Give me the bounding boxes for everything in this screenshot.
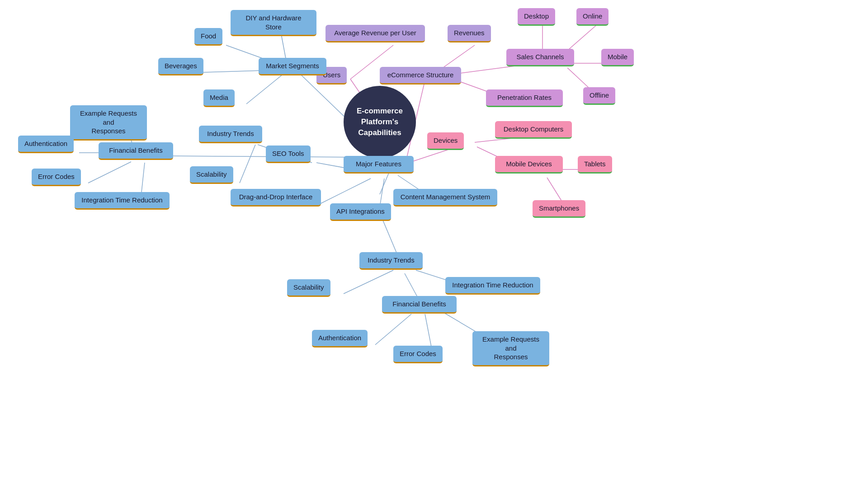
node-example_requests_bot[interactable]: Example Requests and Responses: [472, 331, 549, 366]
node-label-online: Online: [583, 12, 602, 21]
node-label-integration_time_top: Integration Time Reduction: [81, 196, 162, 205]
node-market_segments[interactable]: Market Segments: [259, 58, 326, 75]
node-label-error_codes_top: Error Codes: [38, 172, 75, 181]
node-label-desktop_computers: Desktop Computers: [504, 125, 564, 134]
svg-line-20: [380, 178, 384, 207]
svg-line-36: [375, 314, 411, 345]
node-food[interactable]: Food: [194, 28, 222, 46]
node-label-example_requests_bot: Example Requests and Responses: [479, 335, 543, 361]
node-industry_trends_bot[interactable]: Industry Trends: [359, 252, 423, 270]
node-mobile[interactable]: Mobile: [601, 49, 634, 66]
node-label-cms: Content Management System: [401, 192, 490, 202]
node-online[interactable]: Online: [576, 8, 609, 26]
node-offline[interactable]: Offline: [583, 87, 615, 105]
node-label-offline: Offline: [590, 91, 609, 100]
node-financial_benefits_top[interactable]: Financial Benefits: [99, 142, 173, 160]
node-label-financial_benefits_bot: Financial Benefits: [392, 300, 446, 309]
node-label-avg_revenue: Average Revenue per User: [334, 28, 416, 38]
node-integration_time_bot[interactable]: Integration Time Reduction: [445, 277, 540, 295]
node-mobile_devices[interactable]: Mobile Devices: [495, 156, 563, 174]
node-diy[interactable]: DIY and Hardware Store: [231, 10, 316, 36]
node-label-media: Media: [210, 93, 228, 102]
node-scalability_bot[interactable]: Scalability: [287, 279, 330, 297]
node-authentication_top[interactable]: Authentication: [18, 136, 74, 153]
node-label-industry_trends_top: Industry Trends: [207, 129, 254, 138]
svg-line-15: [380, 173, 389, 194]
node-industry_trends_top[interactable]: Industry Trends: [199, 126, 262, 143]
svg-line-33: [344, 270, 393, 294]
node-scalability_top[interactable]: Scalability: [190, 166, 233, 184]
svg-line-30: [88, 162, 131, 183]
node-label-desktop: Desktop: [524, 12, 549, 21]
node-label-seo_tools: SEO Tools: [272, 149, 304, 158]
node-smartphones[interactable]: Smartphones: [533, 200, 585, 218]
node-label-mobile_devices: Mobile Devices: [506, 160, 552, 169]
node-integration_time_top[interactable]: Integration Time Reduction: [75, 192, 170, 210]
node-revenues[interactable]: Revenues: [448, 25, 491, 42]
node-drag_drop[interactable]: Drag-and-Drop Interface: [231, 189, 321, 206]
node-error_codes_top[interactable]: Error Codes: [32, 169, 81, 186]
node-label-smartphones: Smartphones: [539, 204, 579, 213]
node-label-beverages: Beverages: [165, 61, 197, 70]
node-label-penetration_rates: Penetration Rates: [497, 93, 552, 102]
node-ecommerce_structure[interactable]: eCommerce Structure: [380, 67, 461, 84]
node-sales_channels[interactable]: Sales Channels: [506, 49, 574, 66]
node-desktop_computers[interactable]: Desktop Computers: [495, 121, 572, 139]
node-label-financial_benefits_top: Financial Benefits: [109, 146, 162, 155]
node-label-error_codes_bot: Error Codes: [400, 349, 436, 358]
node-desktop[interactable]: Desktop: [518, 8, 555, 26]
node-label-drag_drop: Drag-and-Drop Interface: [239, 192, 313, 202]
svg-line-19: [316, 178, 371, 206]
center-label: E-commerce Platform's Capabilities: [344, 106, 416, 138]
node-seo_tools[interactable]: SEO Tools: [266, 145, 311, 163]
svg-line-14: [246, 75, 283, 104]
node-label-devices: Devices: [434, 136, 458, 145]
node-cms[interactable]: Content Management System: [393, 189, 497, 206]
node-label-market_segments: Market Segments: [266, 61, 319, 70]
node-label-sales_channels: Sales Channels: [516, 52, 564, 61]
node-label-diy: DIY and Hardware Store: [237, 14, 310, 31]
node-label-tablets: Tablets: [584, 160, 606, 169]
node-error_codes_bot[interactable]: Error Codes: [393, 346, 443, 363]
node-api_integrations[interactable]: API Integrations: [330, 203, 391, 221]
node-penetration_rates[interactable]: Penetration Rates: [486, 89, 563, 107]
center-node[interactable]: E-commerce Platform's Capabilities: [344, 86, 416, 158]
node-label-api_integrations: API Integrations: [336, 207, 385, 216]
node-label-integration_time_bot: Integration Time Reduction: [452, 281, 533, 290]
node-label-industry_trends_bot: Industry Trends: [368, 256, 414, 265]
node-tablets[interactable]: Tablets: [578, 156, 612, 174]
node-avg_revenue[interactable]: Average Revenue per User: [326, 25, 425, 42]
node-authentication_bot[interactable]: Authentication: [312, 330, 368, 347]
node-label-food: Food: [201, 32, 216, 41]
node-beverages[interactable]: Beverages: [158, 58, 203, 75]
node-devices[interactable]: Devices: [427, 132, 464, 150]
node-label-mobile: Mobile: [608, 52, 627, 61]
node-label-ecommerce_structure: eCommerce Structure: [387, 70, 454, 80]
node-financial_benefits_bot[interactable]: Financial Benefits: [382, 296, 457, 314]
node-label-scalability_bot: Scalability: [293, 283, 324, 292]
node-example_requests[interactable]: Example Requests and Responses: [70, 105, 147, 141]
svg-line-27: [163, 156, 362, 157]
node-label-scalability_top: Scalability: [196, 170, 227, 179]
node-label-example_requests: Example Requests and Responses: [76, 109, 141, 136]
svg-line-18: [240, 145, 255, 183]
node-major_features[interactable]: Major Features: [344, 156, 414, 174]
node-media[interactable]: Media: [203, 89, 235, 107]
node-label-major_features: Major Features: [356, 160, 401, 169]
node-label-revenues: Revenues: [454, 28, 485, 38]
node-label-authentication_top: Authentication: [24, 139, 67, 148]
node-label-authentication_bot: Authentication: [318, 333, 361, 343]
